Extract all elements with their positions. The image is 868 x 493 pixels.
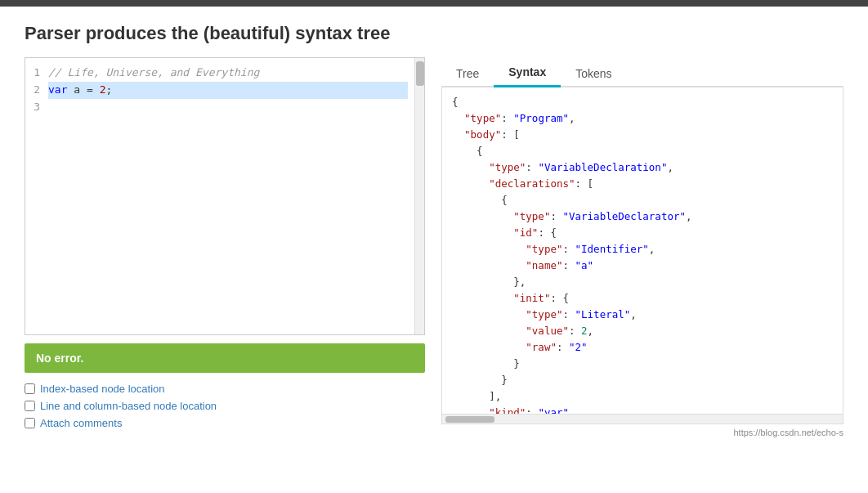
- title-bold: Parser: [25, 23, 81, 43]
- tabs-bar: Tree Syntax Tokens: [441, 57, 843, 87]
- code-editor[interactable]: 1 2 3 // Life, Universe, and Everything …: [25, 57, 425, 335]
- line-numbers: 1 2 3: [25, 58, 45, 334]
- json-viewer[interactable]: { "type": "Program", "body": [ { "type":…: [441, 87, 843, 415]
- tab-tokens[interactable]: Tokens: [561, 59, 626, 87]
- checkboxes-panel: Index-based node location Line and colum…: [25, 383, 425, 429]
- page-title: Parser produces the (beautiful) syntax t…: [25, 23, 843, 44]
- left-panel: 1 2 3 // Life, Universe, and Everything …: [25, 57, 425, 434]
- checkbox-line-col-label: Line and column-based node location: [40, 400, 217, 412]
- code-line-1: // Life, Universe, and Everything: [48, 65, 408, 82]
- scrollbar-thumb: [416, 61, 424, 86]
- tab-tree[interactable]: Tree: [441, 59, 494, 87]
- main-container: Parser produces the (beautiful) syntax t…: [0, 7, 868, 454]
- checkbox-comments-label: Attach comments: [40, 417, 122, 429]
- json-pre: { "type": "Program", "body": [ { "type":…: [452, 94, 833, 415]
- error-bar: No error.: [25, 343, 425, 373]
- code-content[interactable]: // Life, Universe, and Everything var a …: [45, 58, 414, 334]
- vertical-scrollbar[interactable]: [414, 58, 424, 334]
- top-bar: [0, 0, 868, 7]
- main-layout: 1 2 3 // Life, Universe, and Everything …: [25, 57, 843, 437]
- checkbox-index[interactable]: Index-based node location: [25, 383, 425, 395]
- title-rest: produces the (beautiful) syntax tree: [81, 23, 391, 43]
- checkbox-line-col-input[interactable]: [25, 401, 35, 411]
- tab-syntax[interactable]: Syntax: [494, 59, 561, 87]
- checkbox-comments[interactable]: Attach comments: [25, 417, 425, 429]
- right-panel: Tree Syntax Tokens { "type": "Program", …: [441, 57, 843, 437]
- checkbox-index-input[interactable]: [25, 383, 35, 394]
- checkbox-line-col[interactable]: Line and column-based node location: [25, 400, 425, 412]
- checkbox-comments-input[interactable]: [25, 418, 35, 428]
- code-line-3: [48, 99, 408, 116]
- code-line-2: var a = 2;: [48, 82, 408, 99]
- url-hint: https://blog.csdn.net/echo-s: [441, 424, 843, 437]
- horizontal-scrollbar[interactable]: [441, 415, 843, 424]
- h-scrollbar-thumb: [445, 416, 494, 423]
- checkbox-index-label: Index-based node location: [40, 383, 165, 395]
